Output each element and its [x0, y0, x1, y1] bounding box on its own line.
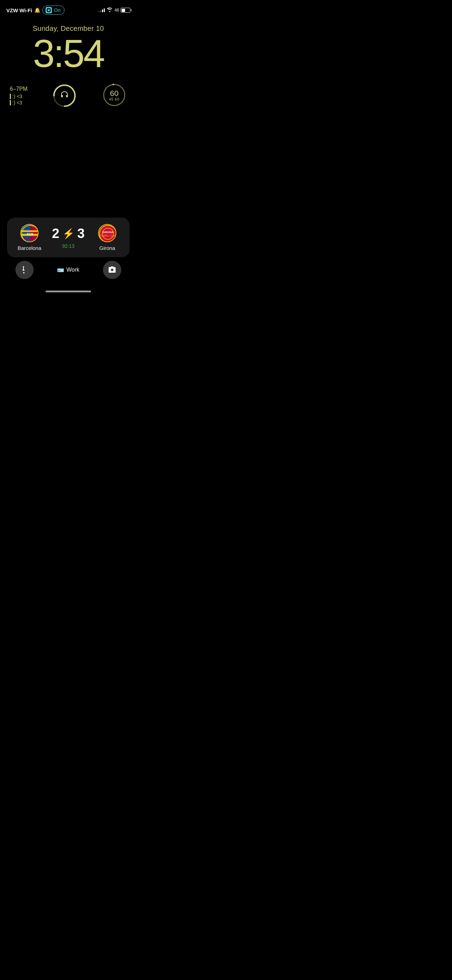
barcelona-badge: FCB	[20, 224, 38, 242]
timer-inner: 60 45 60	[109, 90, 119, 101]
work-label[interactable]: 🪪 Work	[57, 267, 79, 274]
camera-button[interactable]	[103, 261, 121, 279]
status-bar: VZW Wi-Fi 🔔 On 46	[0, 0, 137, 18]
status-left: VZW Wi-Fi 🔔 On	[6, 6, 64, 15]
home-score: 2	[52, 226, 59, 241]
calendar-events: :) <3 :) <3	[10, 94, 28, 105]
svg-text:GIRONA: GIRONA	[102, 231, 113, 234]
flashlight-icon	[20, 266, 29, 274]
timer-number: 60	[109, 90, 119, 97]
home-team: FCB Barcelona	[16, 224, 43, 251]
date-text: Sunday, December 10	[33, 24, 104, 32]
widgets-row: 6–7PM :) <3 :) <3	[0, 76, 137, 108]
focus-pill-label: On	[54, 7, 60, 13]
svg-text:FCB: FCB	[27, 232, 33, 236]
live-activity-card[interactable]: FCB Barcelona 2 ⚡ 3 92:13	[7, 218, 130, 257]
away-team-name: Girona	[99, 245, 115, 251]
time-section: 3:54	[0, 34, 137, 73]
home-indicator	[46, 291, 91, 292]
match-time: 92:13	[62, 243, 74, 249]
calendar-event-1: :) <3	[10, 94, 28, 99]
svg-point-1	[48, 9, 50, 11]
wifi-icon	[107, 7, 113, 13]
event-text-1: :) <3	[12, 94, 22, 99]
signal-bars	[99, 8, 105, 12]
camera-icon	[108, 266, 116, 274]
focus-pill-icon	[46, 7, 52, 13]
calendar-time: 6–7PM	[10, 86, 28, 92]
home-team-name: Barcelona	[18, 245, 41, 251]
score-section: 2 ⚡ 3 92:13	[52, 226, 84, 249]
svg-rect-9	[21, 230, 38, 232]
carrier-text: VZW Wi-Fi	[6, 7, 32, 13]
score-row: 2 ⚡ 3	[52, 226, 84, 241]
event-text-2: :) <3	[12, 100, 22, 105]
bell-icon: 🔔	[34, 7, 40, 13]
calendar-event-2: :) <3	[10, 100, 28, 105]
work-text: Work	[66, 267, 79, 273]
calendar-widget[interactable]: 6–7PM :) <3 :) <3	[10, 86, 28, 105]
battery-icon	[121, 8, 131, 13]
match-row: FCB Barcelona 2 ⚡ 3 92:13	[16, 224, 121, 251]
timer-sub: 45 60	[109, 97, 119, 101]
battery-container: 46	[115, 8, 131, 13]
event-bar	[10, 94, 11, 99]
headphone-widget[interactable]	[52, 83, 77, 108]
flashlight-button[interactable]	[16, 261, 33, 279]
work-icon: 🪪	[57, 267, 64, 274]
girona-badge: GIRONA FÚTBOL CLUB	[98, 224, 116, 242]
event-bar-2	[10, 100, 11, 105]
svg-text:FÚTBOL CLUB: FÚTBOL CLUB	[100, 234, 116, 237]
status-right: 46	[99, 7, 131, 13]
focus-pill[interactable]: On	[42, 6, 64, 15]
headphones-icon	[60, 90, 69, 101]
away-score: 3	[78, 226, 85, 241]
time-text: 3:54	[33, 32, 104, 75]
timer-widget[interactable]: 60 45 60	[102, 83, 127, 108]
lightning-icon: ⚡	[62, 228, 75, 239]
away-team: GIRONA FÚTBOL CLUB Girona	[93, 224, 121, 251]
battery-percent: 46	[115, 8, 119, 13]
bottom-controls: 🪪 Work	[0, 261, 137, 279]
